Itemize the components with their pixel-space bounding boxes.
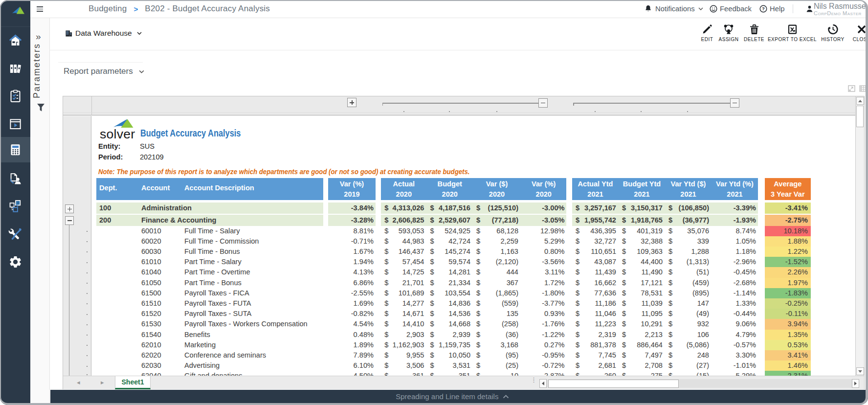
svg-text:?: ? xyxy=(762,6,765,11)
